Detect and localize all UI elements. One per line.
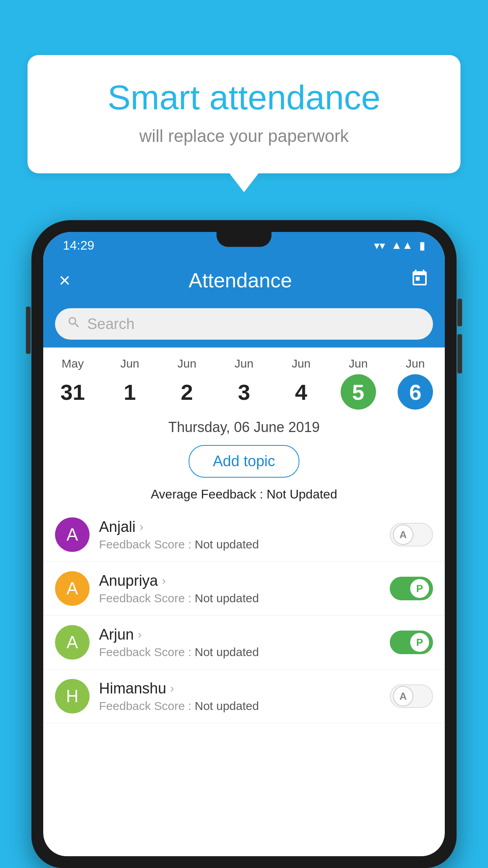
header-title: Attendance [189,268,292,292]
attendance-toggle-wrap[interactable]: A [390,523,433,546]
add-topic-button[interactable]: Add topic [189,445,299,478]
search-bar-wrap: Search [43,302,445,348]
cal-date-number[interactable]: 3 [226,374,262,410]
student-list: AAnjali ›Feedback Score : Not updatedAAA… [43,508,445,723]
speech-bubble-container: Smart attendance will replace your paper… [28,55,460,173]
phone-notch [216,232,272,247]
student-info: Anupriya ›Feedback Score : Not updated [99,572,380,605]
attendance-toggle-wrap[interactable]: A [390,684,433,708]
battery-icon: ▮ [419,239,425,252]
student-name: Anjali › [99,519,380,535]
student-item[interactable]: AArjun ›Feedback Score : Not updatedP [43,616,445,669]
volume-down-button [457,334,462,373]
cal-month-label: Jun [406,357,425,370]
selected-date-label: Thursday, 06 June 2019 [43,413,445,440]
cal-date-number[interactable]: 4 [283,374,319,410]
chevron-icon: › [139,520,143,533]
student-name: Anupriya › [99,572,380,589]
toggle-knob: A [393,524,413,545]
calendar-day[interactable]: Jun1 [112,357,147,410]
wifi-icon: ▾▾ [374,239,385,252]
toggle-knob: A [393,686,413,706]
phone-screen: 14:29 ▾▾ ▲▲ ▮ × Attendance [43,232,445,856]
student-info: Arjun ›Feedback Score : Not updated [99,626,380,659]
student-avatar: A [55,517,90,552]
cal-month-label: Jun [235,357,253,370]
calendar-day[interactable]: Jun4 [283,357,319,410]
attendance-toggle[interactable]: P [390,631,433,654]
attendance-toggle[interactable]: A [390,523,433,546]
calendar-day[interactable]: Jun6 [398,357,433,410]
student-name: Arjun › [99,626,380,643]
average-feedback: Average Feedback : Not Updated [43,484,445,508]
cal-month-label: Jun [177,357,196,370]
calendar-day[interactable]: Jun2 [169,357,205,410]
cal-month-label: Jun [349,357,367,370]
chevron-icon: › [138,628,142,641]
speech-bubble: Smart attendance will replace your paper… [28,55,460,173]
student-avatar: H [55,679,90,714]
phone-frame: 14:29 ▾▾ ▲▲ ▮ × Attendance [31,220,457,868]
calendar-icon[interactable] [410,269,429,292]
bubble-subtitle: will replace your paperwork [59,126,429,146]
close-button[interactable]: × [59,269,70,292]
attendance-toggle-wrap[interactable]: P [390,631,433,654]
student-item[interactable]: HHimanshu ›Feedback Score : Not updatedA [43,669,445,723]
status-icons: ▾▾ ▲▲ ▮ [374,239,425,252]
attendance-toggle[interactable]: A [390,684,433,708]
student-feedback: Feedback Score : Not updated [99,592,380,605]
volume-up-button [457,299,462,326]
search-icon [67,315,81,333]
avg-feedback-value: Not Updated [267,487,338,501]
student-info: Anjali ›Feedback Score : Not updated [99,519,380,551]
avg-feedback-label: Average Feedback : [151,487,267,501]
chevron-icon: › [162,574,166,587]
student-feedback: Feedback Score : Not updated [99,699,380,713]
search-placeholder: Search [87,316,134,333]
chevron-icon: › [170,682,174,695]
calendar-day[interactable]: Jun5 [341,357,376,410]
cal-month-label: May [62,357,84,370]
toggle-knob: P [409,632,430,653]
calendar-day[interactable]: May31 [55,357,90,410]
student-avatar: A [55,625,90,660]
search-bar[interactable]: Search [55,308,433,340]
feedback-value: Not updated [194,645,259,658]
student-info: Himanshu ›Feedback Score : Not updated [99,680,380,713]
attendance-toggle[interactable]: P [390,577,433,600]
student-item[interactable]: AAnupriya ›Feedback Score : Not updatedP [43,562,445,616]
app-header: × Attendance [43,259,445,302]
feedback-value: Not updated [194,592,259,605]
cal-date-number[interactable]: 6 [398,374,433,410]
calendar-row: May31Jun1Jun2Jun3Jun4Jun5Jun6 [43,348,445,413]
calendar-day[interactable]: Jun3 [226,357,262,410]
power-button [26,307,31,354]
cal-date-number[interactable]: 5 [341,374,376,410]
student-name: Himanshu › [99,680,380,697]
student-avatar: A [55,571,90,606]
student-item[interactable]: AAnjali ›Feedback Score : Not updatedA [43,508,445,562]
bubble-title: Smart attendance [59,79,429,117]
student-feedback: Feedback Score : Not updated [99,645,380,659]
cal-date-number[interactable]: 2 [169,374,205,410]
cal-date-number[interactable]: 31 [55,374,90,410]
toggle-knob: P [409,578,430,599]
cal-month-label: Jun [292,357,310,370]
cal-date-number[interactable]: 1 [112,374,147,410]
cal-month-label: Jun [120,357,139,370]
student-feedback: Feedback Score : Not updated [99,538,380,551]
status-time: 14:29 [63,238,94,253]
feedback-value: Not updated [194,538,259,551]
add-topic-wrap: Add topic [43,440,445,484]
attendance-toggle-wrap[interactable]: P [390,577,433,600]
feedback-value: Not updated [194,699,259,712]
signal-icon: ▲▲ [391,239,413,252]
